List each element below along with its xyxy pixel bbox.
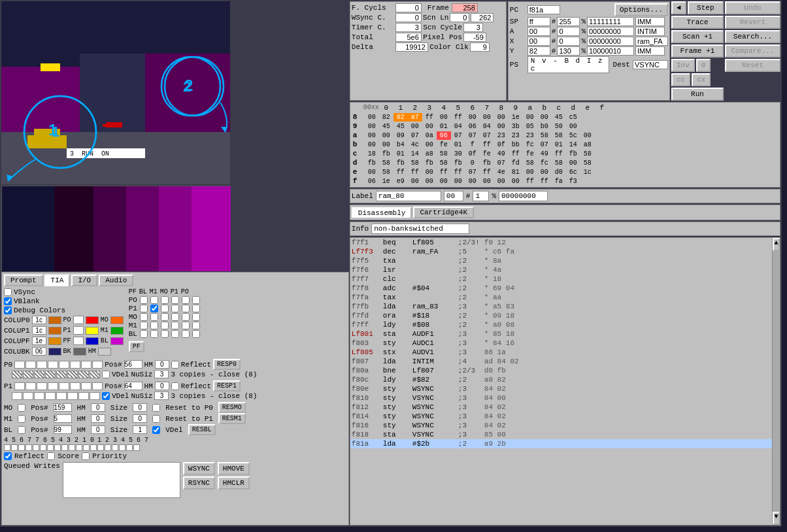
label-num-input[interactable]	[473, 191, 489, 201]
p1-color-input[interactable]	[73, 326, 84, 335]
queued-writes-textarea[interactable]	[63, 462, 180, 498]
mem-cell-c-4[interactable]	[422, 150, 437, 158]
mem-cell-8-11[interactable]	[523, 113, 537, 122]
bl-bl[interactable]	[150, 330, 158, 338]
mem-cell-8-2[interactable]	[394, 113, 408, 122]
disasm-row-12[interactable]: Lf805stxAUDV1;386 1a	[350, 348, 772, 357]
disasm-row-8[interactable]: f7fdora#$18;2* 09 18	[350, 311, 772, 320]
mem-cell-e-2[interactable]	[394, 168, 408, 176]
mem-cell-9-9[interactable]	[494, 122, 509, 131]
mem-cell-9-10[interactable]	[509, 122, 523, 131]
colup1-input[interactable]	[32, 326, 46, 335]
mem-cell-b-5[interactable]	[437, 141, 451, 149]
mem-cell-f-8[interactable]	[480, 177, 494, 186]
mem-cell-d-5[interactable]	[437, 159, 451, 167]
cc-button[interactable]: cc	[671, 73, 690, 86]
y-dec-input[interactable]	[557, 46, 580, 56]
scn-ln-input[interactable]	[450, 13, 469, 22]
scroll-down[interactable]: ▼	[773, 512, 780, 525]
x-input[interactable]	[527, 37, 550, 46]
p1-pf[interactable]	[140, 305, 148, 312]
p1-vdel-check[interactable]	[102, 392, 110, 400]
mem-cell-8-10[interactable]	[509, 113, 523, 122]
mem-cell-f-6[interactable]	[451, 177, 465, 186]
wsync-input[interactable]	[395, 13, 422, 22]
mem-cell-e-8[interactable]	[480, 168, 494, 176]
a-input[interactable]	[527, 27, 550, 36]
mem-cell-c-6[interactable]	[451, 150, 465, 158]
mem-cell-8-7[interactable]	[465, 113, 480, 122]
a-dec-input[interactable]	[557, 27, 580, 36]
tab-io[interactable]: I/O	[71, 274, 97, 286]
mem-cell-9-0[interactable]	[365, 122, 379, 131]
mem-cell-c-5[interactable]	[437, 150, 451, 158]
mem-cell-b-9[interactable]	[494, 141, 509, 149]
m0-pf[interactable]	[140, 313, 148, 321]
arrow-button[interactable]: ◄	[671, 1, 686, 14]
mem-cell-f-0[interactable]	[365, 177, 379, 186]
x-dec-input[interactable]	[557, 37, 580, 46]
timer-input[interactable]	[395, 23, 422, 32]
mem-cell-e-13[interactable]	[552, 168, 566, 176]
mem-cell-9-8[interactable]	[480, 122, 494, 131]
mem-cell-9-6[interactable]	[451, 122, 465, 131]
m1-pos-input[interactable]	[54, 414, 72, 423]
p1-po[interactable]	[192, 305, 200, 312]
disasm-row-22[interactable]: f81alda#$2b;2a9 2b	[350, 439, 772, 448]
disasm-row-6[interactable]: f7fatax;2* aa	[350, 293, 772, 302]
mem-cell-c-2[interactable]	[394, 150, 408, 158]
mem-cell-d-7[interactable]	[465, 159, 480, 167]
mem-cell-e-3[interactable]	[408, 168, 422, 176]
mem-cell-8-0[interactable]	[365, 113, 379, 122]
mem-cell-c-13[interactable]	[552, 150, 566, 158]
m1-m1[interactable]	[161, 322, 169, 329]
mem-cell-c-12[interactable]	[537, 150, 552, 158]
resbl-button[interactable]: RESBL	[188, 424, 216, 435]
pc-input[interactable]	[527, 5, 560, 14]
disasm-rows-container[interactable]: f7f1beqLf805;2/3!f0 12Lf7f3decram_FA;5* …	[350, 238, 772, 525]
mem-cell-9-13[interactable]	[552, 122, 566, 131]
scn-ln2-input[interactable]	[471, 13, 494, 22]
mem-cell-9-14[interactable]	[566, 122, 580, 131]
bl-po[interactable]	[192, 330, 200, 338]
pf-priority-check[interactable]	[82, 452, 90, 460]
scroll-up[interactable]: ▲	[773, 238, 780, 251]
m1-size-input[interactable]	[133, 414, 147, 423]
mem-cell-b-11[interactable]	[523, 141, 537, 149]
mem-cell-e-9[interactable]	[494, 168, 509, 176]
bl-p1[interactable]	[182, 330, 190, 338]
mem-cell-b-3[interactable]	[408, 141, 422, 149]
sp-type-input[interactable]	[635, 17, 665, 26]
mem-cell-f-12[interactable]	[537, 177, 552, 186]
mem-cell-f-1[interactable]	[379, 177, 394, 186]
hmove-button[interactable]: HMOVE	[218, 462, 250, 475]
mem-cell-c-0[interactable]	[365, 150, 379, 158]
pf-color-input[interactable]	[73, 337, 84, 345]
p1-m1[interactable]	[161, 305, 169, 312]
info-input[interactable]	[371, 224, 469, 234]
mem-cell-b-2[interactable]	[394, 141, 408, 149]
disasm-row-7[interactable]: f7fbldaram_83;3* a5 83	[350, 302, 772, 311]
mem-cell-a-8[interactable]	[480, 131, 494, 140]
mem-cell-e-6[interactable]	[451, 168, 465, 176]
undo-button[interactable]: Undo	[725, 1, 780, 14]
label-hex-input[interactable]	[444, 191, 463, 201]
step-button[interactable]: Step	[688, 1, 724, 14]
mem-cell-f-9[interactable]	[494, 177, 509, 186]
mem-cell-a-13[interactable]	[552, 131, 566, 140]
mem-cell-a-7[interactable]	[465, 131, 480, 140]
m1-m0[interactable]	[171, 322, 179, 329]
mem-cell-a-12[interactable]	[537, 131, 552, 140]
label-input[interactable]	[376, 191, 441, 201]
disasm-row-5[interactable]: f7f8adc#$04;2* 69 04	[350, 284, 772, 293]
resmo-button[interactable]: RESMO	[218, 402, 246, 413]
m0-check[interactable]	[18, 404, 25, 412]
y-type-input[interactable]	[635, 46, 665, 56]
mem-cell-8-4[interactable]	[422, 113, 437, 122]
mem-cell-a-10[interactable]	[509, 131, 523, 140]
bl-check[interactable]	[18, 426, 25, 434]
p1-nusiz-input[interactable]	[154, 391, 169, 400]
mem-cell-d-8[interactable]	[480, 159, 494, 167]
mem-cell-8-1[interactable]	[379, 113, 394, 122]
disasm-row-19[interactable]: f814styWSYNC;384 02	[350, 412, 772, 421]
